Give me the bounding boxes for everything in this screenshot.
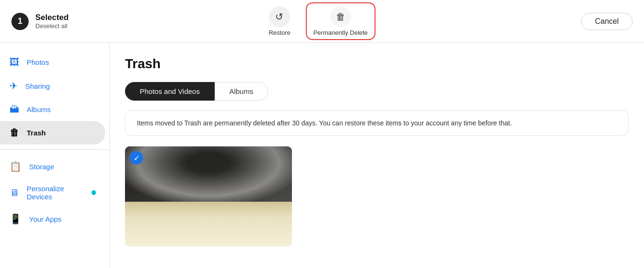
personalize-icon: 🖥: [10, 187, 19, 198]
photo-item[interactable]: ✓: [125, 146, 292, 247]
sidebar-item-personalize-devices[interactable]: 🖥 Personalize Devices: [0, 178, 105, 207]
sidebar-item-label-your-apps: Your Apps: [29, 215, 62, 223]
sidebar-item-photos[interactable]: 🖼 Photos: [0, 51, 105, 74]
sidebar-item-label-personalize: Personalize Devices: [27, 185, 82, 201]
photo-grid: ✓: [125, 146, 629, 247]
main-content: 🖼 Photos ✈ Sharing 🏔 Albums 🗑 Trash 📋 St…: [0, 43, 644, 268]
tab-photos-videos[interactable]: Photos and Videos: [125, 82, 215, 101]
sharing-icon: ✈: [10, 80, 18, 92]
albums-icon: 🏔: [10, 104, 19, 115]
sidebar-item-sharing[interactable]: ✈ Sharing: [0, 74, 105, 98]
sidebar-item-label-albums: Albums: [27, 105, 51, 113]
your-apps-icon: 📱: [10, 213, 21, 225]
storage-icon: 📋: [10, 161, 21, 172]
permanently-delete-button[interactable]: 🗑 Permanently Delete: [306, 2, 375, 40]
restore-icon: ↺: [269, 6, 290, 27]
selected-text: Selected Deselect all: [35, 13, 69, 30]
photo-thumbnail: [125, 146, 292, 247]
sidebar-item-trash[interactable]: 🗑 Trash: [0, 121, 105, 144]
restore-label: Restore: [269, 29, 291, 36]
trash-icon: 🗑: [330, 6, 351, 27]
page-title: Trash: [125, 56, 629, 72]
info-banner: Items moved to Trash are permanently del…: [125, 110, 629, 136]
sidebar-item-label-trash: Trash: [27, 129, 46, 137]
sidebar-divider: [0, 149, 109, 150]
sidebar-item-label-storage: Storage: [29, 163, 54, 171]
deselect-all-link[interactable]: Deselect all: [35, 22, 69, 30]
cancel-button[interactable]: Cancel: [581, 13, 633, 30]
selected-label: Selected: [35, 13, 69, 22]
permanently-delete-label: Permanently Delete: [313, 29, 368, 36]
restore-button[interactable]: ↺ Restore: [269, 6, 291, 36]
sidebar: 🖼 Photos ✈ Sharing 🏔 Albums 🗑 Trash 📋 St…: [0, 43, 110, 268]
tab-albums[interactable]: Albums: [215, 82, 268, 101]
selection-checkmark: ✓: [130, 151, 143, 165]
page-area: Trash Photos and Videos Albums Items mov…: [110, 43, 644, 268]
selected-info: 1 Selected Deselect all: [11, 13, 69, 30]
selected-count-badge: 1: [11, 13, 29, 30]
notification-dot: [92, 190, 96, 195]
tabs-row: Photos and Videos Albums: [125, 82, 629, 101]
topbar: 1 Selected Deselect all ↺ Restore 🗑 Perm…: [0, 0, 644, 43]
topbar-actions: ↺ Restore 🗑 Permanently Delete: [269, 2, 375, 40]
trash-nav-icon: 🗑: [10, 127, 19, 138]
sidebar-item-albums[interactable]: 🏔 Albums: [0, 98, 105, 121]
photos-icon: 🖼: [10, 57, 19, 68]
sidebar-item-storage[interactable]: 📋 Storage: [0, 155, 105, 178]
sidebar-item-label-photos: Photos: [27, 58, 49, 66]
sidebar-item-label-sharing: Sharing: [25, 82, 50, 90]
sidebar-item-your-apps[interactable]: 📱 Your Apps: [0, 207, 105, 231]
